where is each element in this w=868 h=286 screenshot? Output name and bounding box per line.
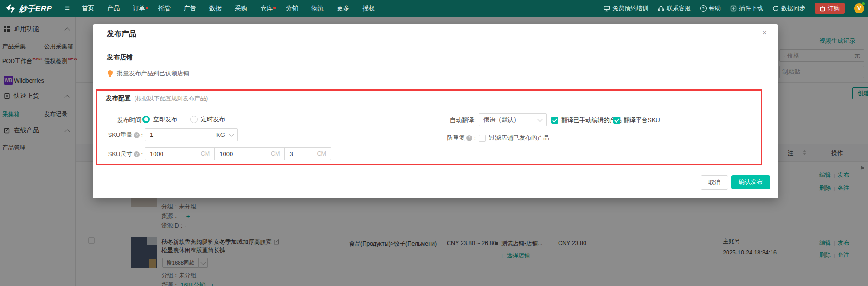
nav-item-ads[interactable]: 广告 [180,4,200,13]
tip-row: 批量发布产品到已认领店铺 [107,69,189,78]
plugin-download-link[interactable]: 插件下载 [730,4,763,13]
nav-item-logistics[interactable]: 物流 [308,4,328,13]
checkbox-translate-edited[interactable]: 翻译已手动编辑的产品 [551,116,622,124]
checkbox-dedupe[interactable]: 过滤店铺已发布的产品 [479,134,549,142]
help-link[interactable]: ? 帮助 [700,4,721,13]
avatar[interactable]: V [854,3,864,13]
bulb-icon [107,70,114,78]
logo-icon [6,3,16,13]
sync-icon [772,5,779,12]
sku-size-input-group: 1000CM 1000CM 3CM [145,147,331,160]
nav-item-hosting[interactable]: 托管 [154,4,174,13]
main-nav: 首页 产品 订单 托管 广告 数据 采购 仓库 分销 物流 更多 授权 [78,0,379,17]
nav-item-product[interactable]: 产品 [103,4,123,13]
auto-translate-label: 自动翻译: [433,116,476,124]
modal-title: 发布产品 [107,29,136,39]
help-icon: ? [700,5,707,12]
shop-section-title: 发布店铺 [107,53,133,62]
publish-product-modal: 发布产品 × 发布店铺 批量发布产品到已认领店铺 发布配置 (根据以下配置规则发… [93,24,778,198]
nav-item-order[interactable]: 订单 [129,4,149,13]
nav-item-authorization[interactable]: 授权 [359,4,379,13]
publish-time-radios: 立即发布 定时发布 [142,115,225,124]
size-length-input[interactable]: 1000CM [145,148,214,160]
size-height-input[interactable]: 3CM [284,148,331,160]
nav-item-warehouse[interactable]: 仓库 [257,4,276,13]
training-link[interactable]: 免费预约培训 [604,4,649,13]
translate-language-select[interactable]: 俄语（默认） [479,113,547,126]
nav-item-data[interactable]: 数据 [206,4,225,13]
nav-item-more[interactable]: 更多 [333,4,353,13]
nav-item-purchase[interactable]: 采购 [231,4,251,13]
radio-off-icon [190,116,198,123]
publish-time-label: 发布时间: [100,116,143,124]
headset-icon [658,5,664,12]
customer-service-link[interactable]: 联系客服 [658,4,691,13]
divider [93,47,778,47]
cancel-button[interactable]: 取消 [701,175,728,190]
config-hint: (根据以下配置规则发布产品) [135,95,208,102]
sku-weight-label: SKU重量?: [100,131,143,139]
radio-immediate[interactable]: 立即发布 [142,115,177,124]
nav-item-distribution[interactable]: 分销 [282,4,302,13]
app-logo[interactable]: 妙手ERP [6,0,52,17]
radio-timed[interactable]: 定时发布 [190,115,225,124]
radio-on-icon [142,116,150,123]
hamburger-icon[interactable]: ≡ [65,0,70,17]
sku-size-label: SKU尺寸?: [100,150,143,158]
checkbox-checked-icon [551,117,558,124]
nav-item-home[interactable]: 首页 [78,4,98,13]
close-icon[interactable]: × [759,28,770,38]
online-status-dot [862,2,865,5]
confirm-publish-button[interactable]: 确认发布 [731,175,770,189]
subscribe-button[interactable]: 订购 [815,3,845,14]
weight-unit-select[interactable]: KG [212,128,238,141]
help-icon[interactable]: ? [466,135,472,141]
topbar: 妙手ERP ≡ 首页 产品 订单 托管 广告 数据 采购 仓库 分销 物流 更多… [0,0,868,17]
help-icon[interactable]: ? [134,151,140,157]
logo-text: 妙手ERP [19,3,52,14]
tip-text: 批量发布产品到已认领店铺 [117,69,189,78]
help-icon[interactable]: ? [134,132,140,138]
training-icon [604,5,610,12]
data-sync-link[interactable]: 数据同步 [772,4,805,13]
checkbox-translate-sku[interactable]: 翻译平台SKU [613,116,660,124]
checkbox-unchecked-icon [479,135,486,142]
notification-dot [146,6,148,9]
topbar-right: 免费预约培训 联系客服 ? 帮助 插件下载 数据同步 订购 [604,0,864,17]
checkbox-checked-icon [613,117,620,124]
size-width-input[interactable]: 1000CM [214,148,284,160]
sku-weight-input[interactable]: 1 [145,128,212,141]
notification-dot [273,6,276,9]
chevron-down-icon [537,117,542,122]
page-root: 通用功能 产品采集 公用采集箱 POD工作台Beta 侵权检测NEW WB Wi… [0,0,868,286]
download-icon [730,5,737,12]
shopping-bag-icon [820,6,825,12]
chevron-down-icon [229,131,234,136]
dedupe-label: 防重复?: [433,134,476,142]
config-section-title: 发布配置 (根据以下配置规则发布产品) [106,94,208,103]
